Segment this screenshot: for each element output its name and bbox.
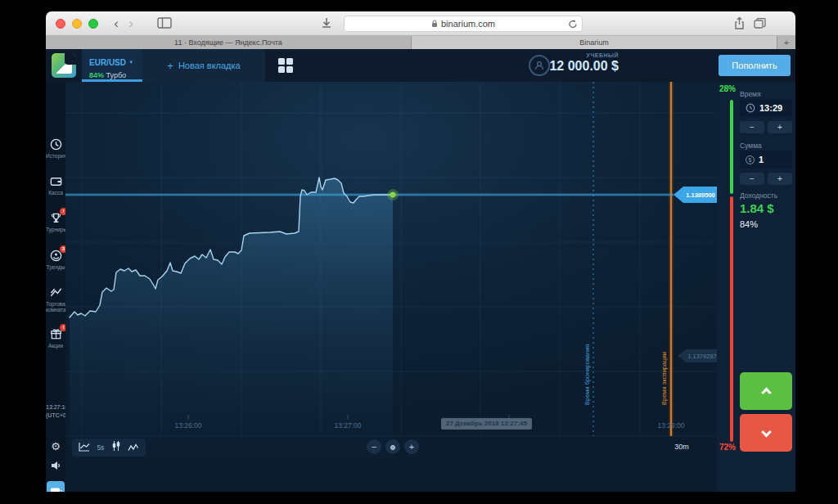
payout-value: 1.84 $ — [740, 201, 774, 215]
chat-icon — [50, 487, 62, 492]
sidebar-label: Торговая комната — [46, 301, 65, 313]
server-clock: 13:27:16 (UTC+0) — [46, 403, 65, 420]
close-window-button[interactable] — [56, 19, 65, 29]
deposit-button[interactable]: Пополнить — [719, 55, 791, 76]
chart-type-line-icon[interactable] — [79, 440, 90, 455]
chart-type-candles-icon[interactable] — [111, 440, 121, 455]
clock-icon — [746, 103, 755, 113]
amount-plus-button[interactable]: + — [768, 173, 792, 185]
sidebar-label: Тренды — [46, 264, 65, 270]
price-chart[interactable]: Время бронированияВремя экспирации1.1379… — [65, 82, 717, 492]
sentiment-bar-down — [730, 196, 733, 442]
logo-notch — [65, 53, 76, 65]
lock-icon — [431, 20, 438, 28]
time-field-label: Время — [740, 90, 761, 98]
app-sidebar: История Касса ! Турниры 3 Тренды — [46, 82, 65, 492]
plus-icon: + — [167, 60, 173, 72]
history-clock-icon — [49, 137, 63, 151]
download-icon[interactable] — [321, 17, 332, 33]
chart-toolbar: 5s — [72, 439, 146, 457]
sentiment-bar-up — [730, 100, 733, 194]
time-plus-button[interactable]: + — [768, 121, 792, 133]
sidebar-item-history[interactable]: История — [46, 137, 65, 159]
address-bar[interactable]: binarium.com — [344, 16, 583, 32]
browser-tab-mail[interactable]: 11 · Входящие — Яндекс.Почта — [46, 36, 412, 49]
browser-tabbar: 11 · Входящие — Яндекс.Почта Binarium + — [46, 36, 795, 49]
zoom-reset-button[interactable] — [385, 439, 400, 454]
zoom-in-button[interactable]: + — [404, 439, 419, 454]
asset-tab-eurusd[interactable]: EUR/USD ▾ 84% Турбо — [82, 49, 142, 82]
sidebar-item-promotions[interactable]: ! Акции — [46, 327, 65, 349]
asset-percent: 84% — [89, 71, 104, 79]
new-asset-tab-label: Новая вкладка — [178, 61, 241, 70]
zoom-window-button[interactable] — [88, 19, 98, 29]
amount-minus-button[interactable]: − — [740, 173, 764, 185]
put-down-button[interactable] — [740, 414, 792, 452]
tab-overview-icon[interactable] — [754, 17, 766, 32]
person-icon — [534, 60, 545, 71]
amount-input[interactable]: $ 1 — [740, 151, 792, 169]
svg-text:Время бронирования: Время бронирования — [583, 344, 591, 405]
zoom-out-button[interactable]: − — [367, 439, 381, 454]
wallet-icon — [49, 174, 63, 188]
new-browser-tab-button[interactable]: + — [777, 36, 795, 49]
sidebar-item-tournaments[interactable]: ! Турниры — [46, 211, 65, 232]
share-icon[interactable] — [734, 17, 745, 33]
sidebar-label: Касса — [46, 190, 65, 196]
new-asset-tab-button[interactable]: + Новая вкладка — [142, 49, 265, 82]
time-minus-button[interactable]: − — [740, 121, 764, 133]
sidebar-toggle-icon[interactable] — [157, 17, 172, 32]
chevron-up-icon — [761, 387, 772, 398]
chart-type-bars-icon[interactable] — [128, 440, 139, 455]
browser-window: ‹ › binarium.com — [46, 11, 795, 492]
trade-panel: 28% 72% Время 13:29 − + Сумма $ 1 — [717, 82, 795, 492]
amount-value: 1 — [759, 155, 764, 164]
time-range-chip[interactable]: 30m — [668, 440, 696, 454]
amount-stepper: − + — [740, 173, 792, 185]
app-topbar: EUR/USD ▾ 84% Турбо + Новая вкладка УЧЕБ… — [46, 49, 795, 82]
put-percent-label: 72% — [719, 443, 736, 452]
reload-icon[interactable] — [568, 19, 578, 31]
chevron-down-icon[interactable]: ▾ — [129, 59, 133, 65]
payout-percent: 84% — [740, 219, 758, 229]
time-axis-label: 13:26:00 — [174, 421, 201, 430]
sidebar-item-cashier[interactable]: Касса — [46, 174, 65, 196]
sidebar-label: Акции — [46, 343, 65, 349]
balance-block[interactable]: УЧЕБНЫЙ 12 000.00 $ — [549, 52, 619, 74]
forward-button[interactable]: › — [123, 15, 139, 33]
zoom-controls: − + — [367, 439, 419, 454]
sidebar-item-trading-room[interactable]: Торговая комната — [46, 286, 65, 313]
sidebar-item-trends[interactable]: 3 Тренды — [46, 249, 65, 270]
svg-text:Время экспирации: Время экспирации — [660, 352, 668, 405]
interval-selector[interactable]: 5s — [97, 443, 104, 452]
settings-gear-icon[interactable]: ⚙ — [46, 440, 65, 452]
chart-area[interactable]: Время бронированияВремя экспирации1.1379… — [65, 82, 717, 492]
dollar-icon: $ — [746, 155, 755, 164]
minimize-window-button[interactable] — [72, 19, 82, 29]
browser-titlebar: ‹ › binarium.com — [46, 11, 795, 36]
browser-tab-binarium[interactable]: Binarium — [412, 36, 777, 49]
screenshot-stage: ‹ › binarium.com — [0, 0, 838, 504]
server-utc: (UTC+0) — [46, 412, 65, 420]
amount-field-label: Сумма — [740, 142, 762, 150]
layout-grid-icon[interactable] — [278, 58, 293, 73]
account-avatar[interactable] — [529, 55, 550, 76]
help-button[interactable]: Помощь — [47, 481, 65, 492]
call-percent-label: 28% — [719, 84, 736, 93]
back-button[interactable]: ‹ — [108, 15, 124, 33]
call-up-button[interactable] — [740, 372, 792, 410]
trading-chart-icon — [49, 286, 63, 299]
sidebar-label: Турниры — [46, 227, 65, 232]
expiration-time-input[interactable]: 13:29 — [740, 99, 792, 117]
asset-pair-label: EUR/USD — [89, 58, 126, 67]
asset-mode: Турбо — [106, 71, 127, 79]
binarium-app: EUR/USD ▾ 84% Турбо + Новая вкладка УЧЕБ… — [46, 49, 795, 492]
chevron-down-icon — [761, 426, 772, 437]
url-text: binarium.com — [441, 19, 495, 29]
binarium-logo[interactable] — [52, 53, 76, 78]
sound-icon[interactable] — [46, 460, 65, 475]
sidebar-label: История — [46, 153, 65, 159]
time-axis-label: 13:27:00 — [334, 421, 361, 430]
time-stepper: − + — [740, 121, 792, 133]
account-type-label: УЧЕБНЫЙ — [549, 52, 619, 58]
